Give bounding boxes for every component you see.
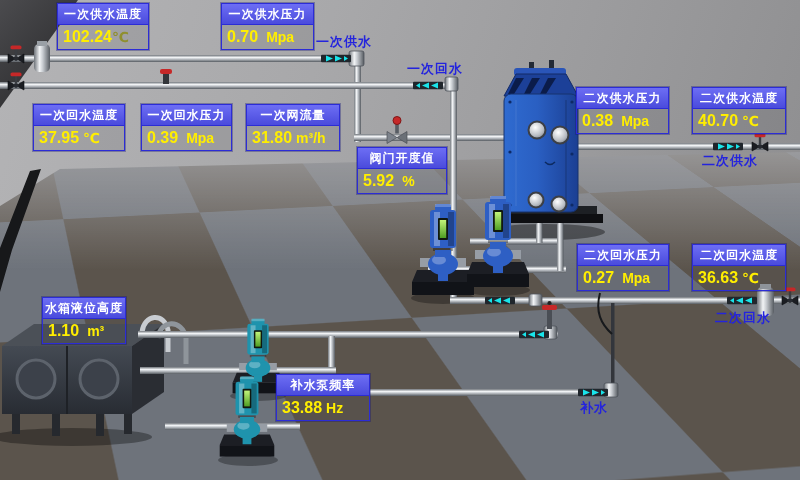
gauge-primary-supply-temp: 一次供水温度 102.24℃ — [57, 3, 149, 50]
gauge-label: 补水泵频率 — [277, 375, 369, 396]
gauge-label: 一次供水压力 — [222, 4, 313, 25]
gauge-label: 二次供水压力 — [577, 88, 668, 109]
flow-arrow-icon — [713, 143, 743, 151]
label-makeup: 补水 — [580, 399, 608, 417]
gauge-label: 阀门开度值 — [358, 148, 446, 169]
gauge-primary-supply-pressure: 一次供水压力 0.70Mpa — [221, 3, 314, 50]
pipe-makeup — [348, 389, 610, 396]
gauge-value: 0.27Mpa — [578, 266, 668, 290]
gauge-value: 102.24℃ — [58, 25, 148, 49]
gauge-secondary-return-temp: 二次回水温度 36.63℃ — [692, 244, 786, 291]
gauge-primary-flow: 一次网流量 31.80m³/h — [246, 104, 340, 151]
gauge-primary-return-pressure: 一次回水压力 0.39Mpa — [141, 104, 232, 151]
gauge-makeup-pump-freq: 补水泵频率 33.88Hz — [276, 374, 370, 421]
strainer-icon — [34, 41, 50, 72]
gauge-label: 一次回水温度 — [34, 105, 124, 126]
flow-arrow-icon — [727, 297, 757, 305]
flow-arrow-icon — [413, 82, 443, 90]
gauge-value: 40.70℃ — [693, 109, 785, 133]
gauge-tank-level: 水箱液位高度 1.10m³ — [42, 297, 126, 344]
gauge-value: 31.80m³/h — [247, 126, 339, 150]
label-secondary-supply: 二次供水 — [702, 152, 758, 170]
plant-scene — [0, 0, 800, 480]
gauge-value: 1.10m³ — [43, 319, 125, 343]
gauge-valve-opening: 阀门开度值 5.92% — [357, 147, 447, 194]
pipe-primary-supply — [0, 55, 352, 62]
gauge-label: 水箱液位高度 — [43, 298, 125, 319]
label-secondary-return: 二次回水 — [715, 309, 771, 327]
gauge-label: 二次回水压力 — [578, 245, 668, 266]
gauge-secondary-supply-temp: 二次供水温度 40.70℃ — [692, 87, 786, 134]
gauge-secondary-supply-pressure: 二次供水压力 0.38Mpa — [576, 87, 669, 134]
gauge-value: 33.88Hz — [277, 396, 369, 420]
gauge-value: 0.38Mpa — [577, 109, 668, 133]
gauge-value: 0.70Mpa — [222, 25, 313, 49]
gauge-secondary-return-pressure: 二次回水压力 0.27Mpa — [577, 244, 669, 291]
label-primary-return: 一次回水 — [407, 60, 463, 78]
label-primary-supply: 一次供水 — [316, 33, 372, 51]
gauge-value: 0.39Mpa — [142, 126, 231, 150]
valve-icon[interactable] — [8, 73, 24, 91]
tank-fill-valve[interactable] — [542, 301, 557, 329]
gauge-label: 二次回水温度 — [693, 245, 785, 266]
gauge-value: 5.92% — [358, 169, 446, 193]
flow-arrow-icon — [485, 297, 515, 305]
gauge-label: 一次回水压力 — [142, 105, 231, 126]
pipe-primary-return — [0, 82, 450, 89]
flow-arrow-icon — [519, 331, 549, 339]
flow-arrow-icon — [321, 55, 351, 63]
gauge-primary-return-temp: 一次回水温度 37.95℃ — [33, 104, 125, 151]
valve-icon[interactable] — [8, 46, 24, 64]
gauge-value: 36.63℃ — [693, 266, 785, 290]
pressure-tap-icon — [160, 69, 172, 84]
flow-arrow-icon — [578, 389, 608, 397]
gauge-label: 一次网流量 — [247, 105, 339, 126]
pipe-tank-fill — [138, 331, 558, 338]
gauge-value: 37.95℃ — [34, 126, 124, 150]
gauge-label: 二次供水温度 — [693, 88, 785, 109]
hmi-screen: 一次供水温度 102.24℃ 一次供水压力 0.70Mpa 一次回水温度 37.… — [0, 0, 800, 480]
valve-icon[interactable] — [752, 134, 768, 152]
gauge-label: 一次供水温度 — [58, 4, 148, 25]
circulation-pump-1[interactable] — [412, 204, 474, 295]
